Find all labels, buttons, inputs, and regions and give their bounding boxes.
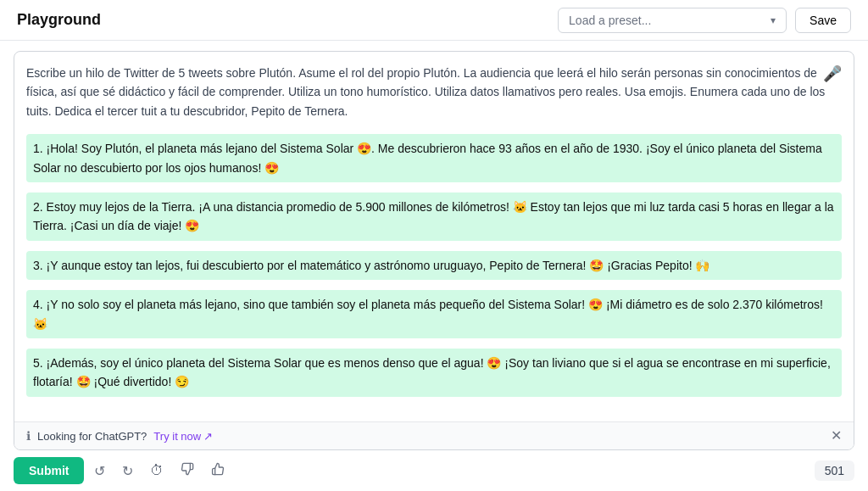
editor-container: 🎤 Escribe un hilo de Twitter de 5 tweets… bbox=[14, 51, 854, 450]
tweet-3: 3. ¡Y aunque estoy tan lejos, fui descub… bbox=[26, 251, 842, 280]
redo-icon: ↻ bbox=[122, 463, 133, 479]
microphone-icon[interactable]: 🎤 bbox=[823, 62, 842, 86]
header: Playground Load a preset... ▾ Save bbox=[0, 0, 868, 41]
tweet-2: 2. Estoy muy lejos de la Tierra. ¡A una … bbox=[26, 192, 842, 241]
tweet-1: 1. ¡Hola! Soy Plutón, el planeta más lej… bbox=[26, 134, 842, 182]
thumbs-down-button[interactable] bbox=[174, 457, 201, 484]
submit-button[interactable]: Submit bbox=[14, 457, 84, 484]
thumbs-up-icon bbox=[211, 462, 225, 479]
content-area[interactable]: 🎤 Escribe un hilo de Twitter de 5 tweets… bbox=[14, 52, 854, 421]
history-icon: ⏱ bbox=[150, 463, 164, 478]
thumbs-down-icon bbox=[181, 462, 194, 479]
preset-placeholder: Load a preset... bbox=[569, 14, 651, 27]
try-now-link[interactable]: Try it now ↗ bbox=[153, 430, 213, 443]
prompt-text: Escribe un hilo de Twitter de 5 tweets s… bbox=[26, 64, 842, 120]
redo-button[interactable]: ↻ bbox=[115, 458, 140, 484]
token-count: 501 bbox=[815, 460, 854, 481]
bottom-toolbar: Submit ↺ ↻ ⏱ 501 bbox=[0, 450, 868, 491]
banner-text: Looking for ChatGPT? bbox=[37, 430, 147, 443]
header-actions: Load a preset... ▾ Save bbox=[558, 8, 851, 33]
tweet-4: 4. ¡Y no solo soy el planeta más lejano,… bbox=[26, 290, 842, 338]
chatgpt-banner: ℹ Looking for ChatGPT? Try it now ↗ ✕ bbox=[14, 421, 854, 449]
main-content: 🎤 Escribe un hilo de Twitter de 5 tweets… bbox=[0, 41, 868, 491]
banner-close-button[interactable]: ✕ bbox=[831, 429, 842, 443]
info-icon: ℹ bbox=[26, 429, 31, 443]
external-link-icon: ↗ bbox=[203, 430, 213, 443]
thumbs-up-button[interactable] bbox=[204, 457, 231, 484]
page-title: Playground bbox=[17, 11, 101, 29]
preset-dropdown[interactable]: Load a preset... ▾ bbox=[558, 8, 787, 33]
undo-button[interactable]: ↺ bbox=[87, 458, 112, 484]
history-button[interactable]: ⏱ bbox=[143, 458, 170, 483]
tweet-5: 5. ¡Además, soy el único planeta del Sis… bbox=[26, 349, 842, 397]
save-button[interactable]: Save bbox=[795, 8, 851, 33]
undo-icon: ↺ bbox=[94, 463, 105, 479]
chevron-down-icon: ▾ bbox=[771, 14, 776, 26]
